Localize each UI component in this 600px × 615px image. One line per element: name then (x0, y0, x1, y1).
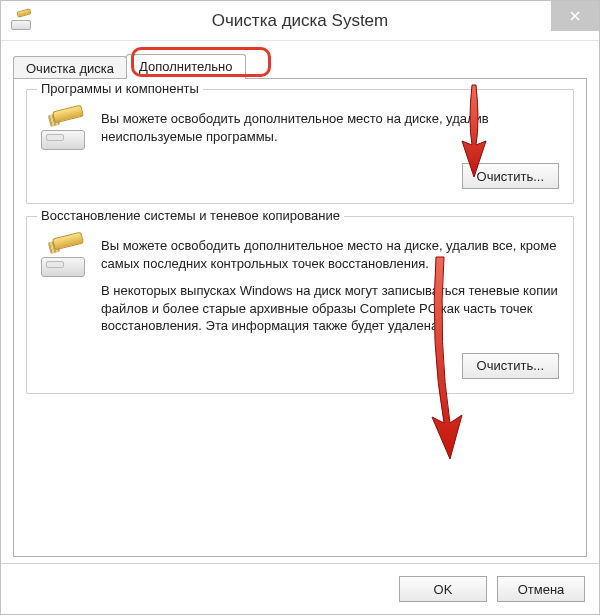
tab-advanced[interactable]: Дополнительно (126, 54, 246, 79)
group-restore: Восстановление системы и теневое копиров… (26, 216, 574, 394)
tab-panel-advanced: Программы и компоненты Вы можете освобод… (13, 78, 587, 557)
cleanup-programs-button[interactable]: Очистить... (462, 163, 559, 189)
tab-row: Очистка диска Дополнительно (13, 51, 587, 79)
group-text: Вы можете освободить дополнительное мест… (101, 237, 559, 345)
tab-label: Очистка диска (26, 61, 114, 76)
dialog-window: Очистка диска System Очистка диска Допол… (0, 0, 600, 615)
close-button[interactable] (551, 1, 599, 31)
cleanup-icon (41, 239, 87, 277)
disk-cleanup-icon (11, 12, 33, 30)
tab-label: Дополнительно (139, 59, 233, 74)
group-legend: Программы и компоненты (37, 81, 203, 96)
group-legend: Восстановление системы и теневое копиров… (37, 208, 344, 223)
tab-disk-cleanup[interactable]: Очистка диска (13, 56, 127, 80)
cleanup-icon (41, 112, 87, 150)
ok-button[interactable]: OK (399, 576, 487, 602)
titlebar: Очистка диска System (1, 1, 599, 41)
close-icon (570, 11, 580, 21)
client-area: Очистка диска Дополнительно Программы и … (1, 41, 599, 563)
window-title: Очистка диска System (1, 11, 599, 31)
cleanup-restore-button[interactable]: Очистить... (462, 353, 559, 379)
dialog-footer: OK Отмена (1, 563, 599, 614)
group-programs: Программы и компоненты Вы можете освобод… (26, 89, 574, 204)
cancel-button[interactable]: Отмена (497, 576, 585, 602)
group-text: Вы можете освободить дополнительное мест… (101, 110, 559, 155)
